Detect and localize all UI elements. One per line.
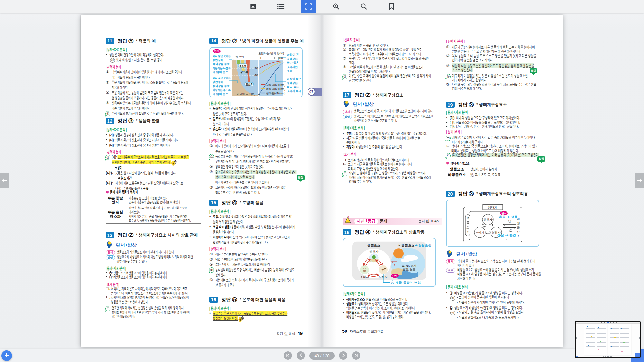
clue-badge: 단서 [343, 110, 352, 114]
abio-items-line1: 물, 빛, 공기 [402, 264, 416, 267]
list-marker-glyph: • [209, 106, 211, 111]
page-49-column-2: 14정답 ②* 빛의 파장이 생물에 영향을 주는 예단서바다 얕은 곳에는광합… [209, 15, 303, 321]
item-answer-12: 정답 ③ [118, 118, 133, 124]
text-line: 토양 속 미생물: 생물의 사체, 배설물, 낙엽, 부식물을 분해하여 생태계… [213, 224, 272, 229]
text-segment: 분포도 달라진다. [215, 149, 234, 153]
list-entry: ④개구리가 겨울잠을 자는 것은 비생물요소인 온도가 생물요소인개구리에게 미… [446, 74, 557, 82]
table-cell-text: 사막의 낙타는 땀을 잘 흘리지 않고, 농도가 진한 오줌을 [129, 206, 187, 210]
left-page-footer: 정답 및 해설49 [277, 331, 303, 336]
annotation-left-top: 바다 얕은 곳에는 [213, 54, 231, 58]
table-cell-text: 파충류는 몸 표면이 비늘로 덮여 있다. [129, 196, 168, 200]
annotation-left-top: 광합성에 [213, 59, 223, 62]
list-entry: •녹조류: 파장이 긴 660 nm의 적색광이 도달하는 수심 0~20 m의… [209, 106, 303, 116]
clue-line: 단서생물요소와 비생물요소 사이의 관계가 제시되어 있다. [106, 250, 201, 255]
list-entry-lines: (가): 생물과 환경의 상호 관계 중 공기와 생물의 예시이다. [109, 132, 201, 137]
download-button[interactable] [246, 0, 260, 13]
add-button[interactable] [1, 350, 12, 361]
list-marker-glyph: • [209, 116, 211, 121]
text-segment: 비생물요소에는 빛, 온도, 토양, 물, 공기 등이 있다. [346, 314, 404, 319]
trap-badge: 함정 [537, 156, 545, 162]
item-number-badge: 18 [343, 229, 351, 235]
toolbar [0, 0, 644, 13]
text-segment: 식물과 식물 플랑크톤은 생산자이므로 광합성을 통해 필요한 양분을 [452, 63, 534, 68]
annotation-right-top: 파장이 긴 [287, 53, 299, 56]
chapter-tab-number: 07 [308, 88, 315, 96]
previous-page-button[interactable] [297, 351, 305, 360]
item-number-badge: 17 [343, 92, 351, 98]
item-answer-15: 정답 ④ [221, 200, 237, 206]
text-segment: 개구리에게 미치는 현상이다. [452, 78, 487, 82]
list-entry: ①낙엽수는 기온이 낮아지면 잎을 떨어뜨려 에너지 소모를 줄인다.이는 식물… [106, 70, 201, 80]
text-line: ㉡: 비생물요소가 생물요소에 영향을 미치는 관계이다. [109, 275, 167, 280]
table-cell-text: 사막의 캥거루쥐는 콩팥 기능을 발달시켜 수분을 최대한 [129, 214, 187, 218]
table-value-cell: • 파충류는 몸 표면이 비늘로 덮여 있다.• 조류와 파충류의 알은 단단한… [125, 195, 210, 205]
example-badge: 예 [450, 311, 455, 315]
text-segment: 지렁이는 흙 속을 돌아다니며 토양의 통기성을 높인다. [459, 310, 524, 314]
eco-title: 생태계 [488, 205, 497, 209]
list-entry-lines: (나): 생물요소와 비생물요소를 모두 포함하는 생태계이다. [450, 120, 557, 125]
list-marker-glyph: ㄴ. [446, 144, 451, 148]
search-button[interactable] [357, 0, 371, 13]
previous-page-edge-button[interactable] [0, 173, 9, 188]
section-heading: | 문제+자료 분석 | [446, 285, 557, 290]
mark-circle-2: ㉡ [509, 229, 512, 232]
list-marker-glyph: ② [343, 47, 346, 52]
list-entry: ㄷ지렁이는 생태계를 구성하는 생물요소이며, 토양은 비생물요소이다.따라서 … [343, 171, 442, 184]
text-segment: 분해된다. [215, 273, 226, 277]
answer-item-14: 14정답 ②* 빛의 파장이 생물에 영향을 주는 예 [209, 38, 303, 44]
next-page-button[interactable] [339, 351, 347, 360]
clue-badge-text: 단서 [392, 274, 397, 277]
text-line: 따라서 (가)는 개체군이다. [452, 140, 527, 144]
last-page-button[interactable] [352, 351, 360, 360]
text-line: 빛일수록 깊은 바다까지 도달할 수 있다. [215, 190, 272, 195]
first-page-button[interactable] [284, 351, 292, 360]
ecosystem-interaction-diagram: 생물요소비생물요소환경요인생산자소비자분해자물, 빛, 공기토양, 온도단서예세… [343, 238, 436, 287]
list-marker-glyph: ⑤ [209, 185, 213, 190]
list-marker-glyph: • [106, 271, 107, 275]
water-adaptation-table: 수분 증발방지• 파충류는 몸 표면이 비늘로 덮여 있다.• 조류와 파충류의… [106, 195, 201, 224]
text-segment: (가): [112, 155, 118, 159]
next-page-edge-button[interactable] [635, 173, 644, 188]
list-marker-glyph: ㄴ. [343, 162, 347, 166]
honey-tip-badge: 꿀팁 [239, 317, 244, 322]
text-line: 지렁이는 생태계를 구성하는 생물요소이며, 토양은 비생물요소이다. [349, 171, 412, 175]
list-marker: • [209, 106, 213, 111]
clue-badge: 단서 [106, 250, 115, 255]
text-line: 북극여우는 온대여우에 비해 추운 지역에 살고 있어 일반적으로 몸집이 [349, 56, 412, 61]
item-number-badge: 20 [446, 191, 455, 197]
text-segment: 생물요소와 비생물요소를 모두 포함하는 생태계이다. [456, 120, 520, 125]
text-line: 갈조류: 600 nm의 황색광이 도달하는 수심 20~40 m까지 많이 [213, 116, 272, 121]
abio-items-line2: 토양, 온도 [402, 268, 415, 271]
chapter-tab: 07 [310, 88, 322, 96]
page-50-column-1: | 선택지 분석 |①온도에 대한 적응을 나타낸 것이다.②북극여우는 귀의 … [343, 15, 442, 319]
item-topic: * 생물과 환경 [136, 118, 160, 124]
section-heading-text: | 선택지 분석 | [446, 39, 526, 44]
text-segment: 간의 상호작용의 예이다. [452, 86, 482, 91]
minimap-preview[interactable] [575, 321, 641, 358]
text-line: (가): 생물과 환경의 상호 관계 중 공기와 생물의 예시이다. [109, 132, 169, 137]
zoom-in-button[interactable] [329, 0, 343, 13]
fullscreen-button[interactable] [301, 0, 316, 13]
text-line: 따라서 우뭇가사리는 주로 깊은 바다에 분포한다. [215, 180, 272, 185]
page-indicator[interactable]: 49 / 120 [309, 352, 335, 360]
list-marker: ③ [106, 154, 112, 160]
env-to-bio-left: 환경 [499, 215, 506, 218]
list-entry-lines: 육식 동물과 초식 동물 모두 스스로 양분을 만들지 못하고 다른 생물을섭취… [452, 54, 557, 62]
item-topic: * 토양과 생물 [240, 200, 263, 206]
text-segment: ㉠: [109, 271, 113, 275]
list-marker-glyph: ② [209, 257, 213, 262]
bookmark-button[interactable] [384, 0, 399, 13]
text-line: ㉠: 비생물요소(환경)가 생물요소에 영향을 미치는 경우이다. [450, 291, 527, 295]
section-heading-text: | 선택지 분석 | [106, 64, 167, 70]
section-heading-text: | 보기 분석 | [106, 283, 166, 287]
item-topic: * 생태계구성요소의 상호작용 [373, 229, 424, 235]
clue-line: 단서생물요소인 토끼, 세균, 지렁이와 비생물요소인 토양이 제시되어 있다. [343, 109, 442, 114]
correct-answer-ring: ④ [209, 267, 214, 273]
text-segment: (가)는 개체군, (나)는 생태계이므로 (다)는 군집이다. [456, 124, 519, 129]
apply-badge: 적용 [446, 268, 455, 273]
annotation-right-bottom: 곳까지 투과 [287, 89, 301, 93]
annotation-right-bottom: 파장이 짧은 [287, 77, 301, 80]
text-segment: 사막에 사는 포유류는 농도가 진한 오줌을 배설하여 오줌으로 [115, 181, 183, 185]
text-segment: 형태로 변했다. 따라서 물은 선인장의 잎이 가시 형태로 변한 것과 관련이 [112, 310, 190, 314]
toc-button[interactable] [274, 0, 288, 13]
